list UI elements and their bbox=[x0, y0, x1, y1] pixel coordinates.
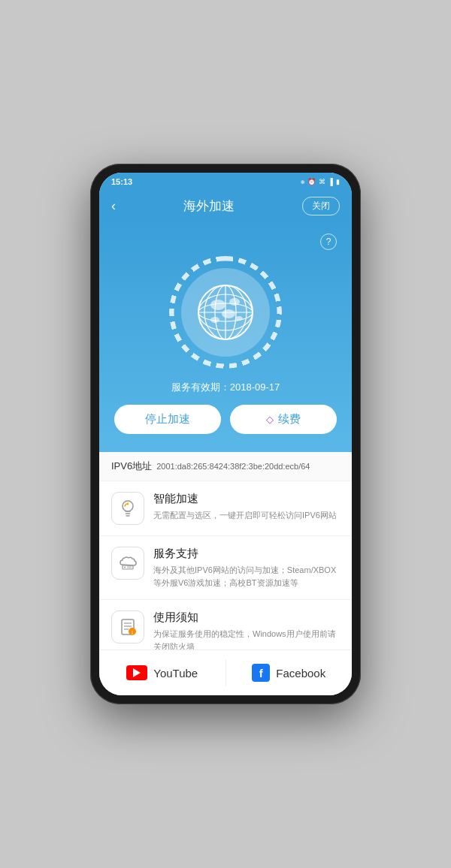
facebook-label: Facebook bbox=[276, 667, 325, 680]
wifi-icon: ⌘ bbox=[319, 178, 325, 185]
facebook-icon: f bbox=[252, 664, 270, 682]
help-button[interactable]: ? bbox=[320, 234, 337, 250]
globe-inner bbox=[181, 268, 270, 357]
signal-icon: ▐ bbox=[328, 178, 333, 185]
action-buttons: 停止加速 ◇ 续费 bbox=[114, 405, 337, 434]
feature-item-3: ! 使用须知 为保证服务使用的稳定性，Windows用户使用前请关闭防火墙 bbox=[99, 600, 352, 649]
svg-point-12 bbox=[123, 501, 133, 511]
ipv6-label: IPV6地址 bbox=[111, 460, 152, 473]
svg-point-7 bbox=[210, 300, 226, 310]
svg-point-15 bbox=[124, 567, 126, 568]
alarm-icon: ⏰ bbox=[307, 178, 316, 185]
hero-section: ? bbox=[99, 222, 352, 452]
ipv6-row: IPV6地址 2001:da8:265:8424:38f2:3be:20dd:e… bbox=[99, 452, 352, 481]
globe-container bbox=[169, 256, 282, 369]
service-date: 服务有效期：2018-09-17 bbox=[171, 381, 280, 394]
feature-desc-3: 为保证服务使用的稳定性，Windows用户使用前请关闭防火墙 bbox=[153, 628, 340, 649]
facebook-button[interactable]: f Facebook bbox=[226, 659, 353, 686]
bulb-icon bbox=[117, 498, 138, 519]
globe-icon bbox=[195, 282, 256, 342]
status-icons: ⎈ ⏰ ⌘ ▐ ▮ bbox=[301, 178, 340, 185]
status-bar: 15:13 ⎈ ⏰ ⌘ ▐ ▮ bbox=[99, 173, 352, 191]
bluetooth-icon: ⎈ bbox=[301, 178, 304, 185]
phone-frame: 15:13 ⎈ ⏰ ⌘ ▐ ▮ ‹ 海外加速 关闭 ? bbox=[90, 164, 361, 704]
battery-icon: ▮ bbox=[336, 178, 340, 185]
notice-icon: ! bbox=[117, 616, 138, 637]
ipv6-value: 2001:da8:265:8424:38f2:3be:20dd:ecb/64 bbox=[156, 462, 310, 471]
diamond-icon: ◇ bbox=[266, 414, 274, 425]
svg-point-8 bbox=[229, 298, 240, 306]
youtube-icon bbox=[126, 665, 147, 680]
svg-point-10 bbox=[210, 317, 219, 323]
back-button[interactable]: ‹ bbox=[111, 198, 116, 214]
notice-icon-wrap: ! bbox=[111, 610, 144, 643]
youtube-button[interactable]: YouTube bbox=[99, 659, 226, 686]
feature-item-2: 服务支持 海外及其他IPV6网站的访问与加速；Steam/XBOX等外服V6游戏… bbox=[99, 536, 352, 600]
feature-title-3: 使用须知 bbox=[153, 610, 340, 625]
page-title: 海外加速 bbox=[183, 197, 235, 215]
stop-button[interactable]: 停止加速 bbox=[114, 405, 221, 434]
status-time: 15:13 bbox=[111, 177, 132, 186]
phone-screen: 15:13 ⎈ ⏰ ⌘ ▐ ▮ ‹ 海外加速 关闭 ? bbox=[99, 173, 352, 695]
youtube-label: YouTube bbox=[153, 667, 198, 680]
renew-label: 续费 bbox=[278, 412, 301, 426]
feature-desc-1: 无需配置与选区，一键开启即可轻松访问IPV6网站 bbox=[153, 509, 340, 522]
svg-point-9 bbox=[222, 309, 235, 318]
server-icon bbox=[117, 553, 138, 574]
feature-text-2: 服务支持 海外及其他IPV6网站的访问与加速；Steam/XBOX等外服V6游戏… bbox=[153, 547, 340, 589]
info-section: IPV6地址 2001:da8:265:8424:38f2:3be:20dd:e… bbox=[99, 452, 352, 649]
bottom-bar: YouTube f Facebook bbox=[99, 649, 352, 695]
feature-text-1: 智能加速 无需配置与选区，一键开启即可轻松访问IPV6网站 bbox=[153, 492, 340, 522]
svg-text:!: ! bbox=[132, 630, 133, 635]
svg-point-11 bbox=[235, 316, 243, 321]
bulb-icon-wrap bbox=[111, 492, 144, 525]
renew-button[interactable]: ◇ 续费 bbox=[230, 405, 337, 434]
feature-text-3: 使用须知 为保证服务使用的稳定性，Windows用户使用前请关闭防火墙 bbox=[153, 610, 340, 649]
top-bar: ‹ 海外加速 关闭 bbox=[99, 191, 352, 222]
close-button[interactable]: 关闭 bbox=[302, 197, 340, 215]
feature-desc-2: 海外及其他IPV6网站的访问与加速；Steam/XBOX等外服V6游戏加速；高校… bbox=[153, 564, 340, 589]
feature-title-2: 服务支持 bbox=[153, 547, 340, 561]
feature-title-1: 智能加速 bbox=[153, 492, 340, 506]
youtube-play-triangle bbox=[133, 668, 141, 677]
feature-item-1: 智能加速 无需配置与选区，一键开启即可轻松访问IPV6网站 bbox=[99, 481, 352, 536]
server-icon-wrap bbox=[111, 547, 144, 580]
